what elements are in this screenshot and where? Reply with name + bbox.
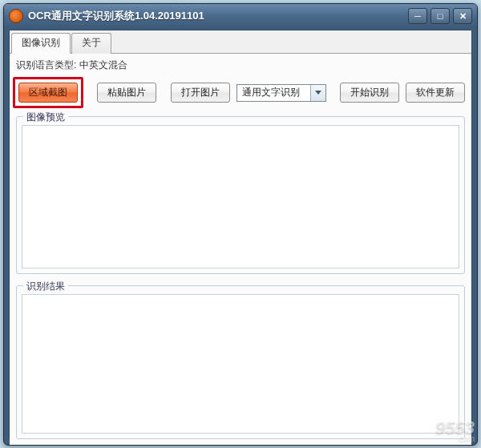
language-row: 识别语言类型: 中英文混合 (16, 59, 465, 72)
maximize-button[interactable]: □ (430, 8, 450, 24)
image-preview-group: 图像预览 (16, 116, 465, 274)
language-label: 识别语言类型: (16, 59, 76, 71)
titlebar[interactable]: OCR通用文字识别系统1.04.20191101 ─ □ ✕ (4, 4, 477, 28)
app-window: OCR通用文字识别系统1.04.20191101 ─ □ ✕ 图像识别 关于 识… (3, 3, 478, 446)
close-button[interactable]: ✕ (453, 8, 472, 24)
language-value: 中英文混合 (79, 59, 127, 71)
screenshot-button[interactable]: 区域截图 (18, 83, 78, 103)
tabpage-image: 识别语言类型: 中英文混合 区域截图 粘贴图片 打开图片 通用文字识别 (10, 54, 471, 446)
result-legend: 识别结果 (23, 280, 68, 293)
paste-image-button[interactable]: 粘贴图片 (97, 83, 156, 103)
tabstrip: 图像识别 关于 (10, 30, 471, 54)
chevron-down-icon[interactable] (310, 85, 325, 101)
window-controls: ─ □ ✕ (408, 8, 472, 24)
image-preview-legend: 图像预览 (23, 111, 68, 124)
tab-about[interactable]: 关于 (71, 33, 111, 54)
open-image-button[interactable]: 打开图片 (171, 83, 230, 103)
result-area-wrapper (22, 294, 459, 434)
result-textarea[interactable] (22, 295, 459, 433)
app-icon (9, 9, 23, 23)
client-area: 图像识别 关于 识别语言类型: 中英文混合 区域截图 粘贴图片 打开图片 通用文… (9, 30, 472, 440)
mode-select-value: 通用文字识别 (237, 86, 310, 99)
tab-image-recognition[interactable]: 图像识别 (11, 33, 71, 54)
toolbar-row: 区域截图 粘贴图片 打开图片 通用文字识别 开始识别 软件更新 (16, 77, 465, 108)
software-update-button[interactable]: 软件更新 (406, 83, 465, 103)
window-title: OCR通用文字识别系统1.04.20191101 (28, 9, 408, 23)
start-recognition-button[interactable]: 开始识别 (340, 83, 399, 103)
result-group: 识别结果 (16, 285, 465, 439)
mode-select[interactable]: 通用文字识别 (236, 84, 326, 102)
minimize-button[interactable]: ─ (408, 8, 427, 24)
image-preview-area (22, 125, 459, 268)
screenshot-highlight: 区域截图 (13, 77, 83, 108)
